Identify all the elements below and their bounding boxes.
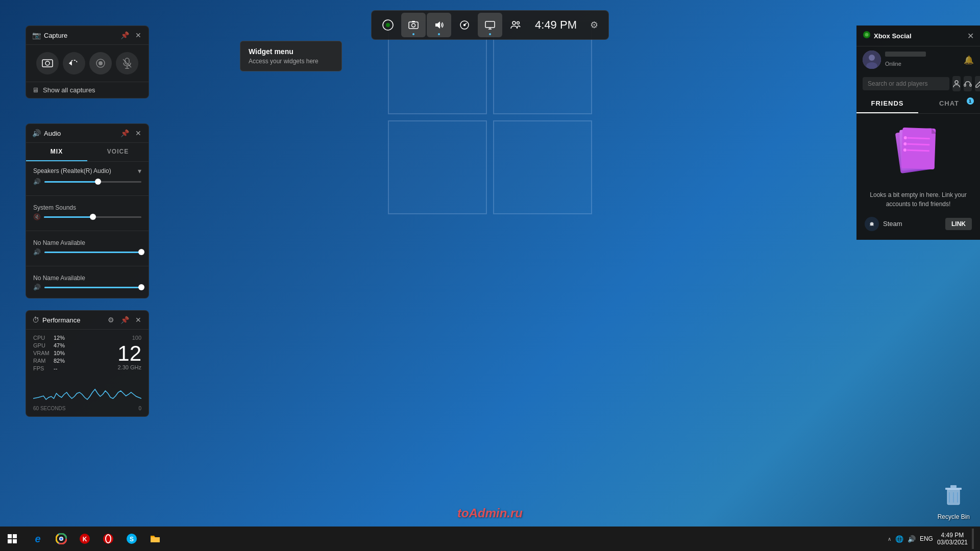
audio-app1-slider[interactable]	[44, 252, 141, 253]
taskbar-kaspersky[interactable]: K	[74, 528, 96, 550]
svg-marker-5	[435, 21, 440, 29]
taskbar-network-icon[interactable]: 🌐	[895, 535, 903, 543]
taskbar-show-hidden[interactable]: ∧	[888, 536, 891, 542]
show-captures-text: Show all captures	[43, 86, 95, 94]
toolbar-display-button[interactable]	[478, 13, 502, 37]
capture-header-controls: 📌 ✕	[119, 30, 142, 40]
windows-logo	[388, 20, 592, 214]
audio-tab-mix[interactable]: MIX	[26, 143, 87, 161]
audio-system-slider-row: 🔇	[33, 213, 141, 220]
recycle-bin[interactable]: Recycle Bin	[938, 483, 970, 520]
perf-max-label: 100	[132, 335, 141, 341]
taskbar-skype[interactable]: S	[120, 528, 143, 550]
perf-cpu-ghz: 2.30 GHz	[118, 364, 141, 370]
taskbar-opera[interactable]	[97, 528, 119, 550]
steam-platform-name: Steam	[883, 220, 941, 228]
perf-pin-button[interactable]: 📌	[119, 315, 130, 325]
audio-device-section: Speakers (Realtek(R) Audio) ▾ 🔊	[26, 162, 149, 192]
perf-main-value-container: 100 12 2.30 GHz	[117, 335, 141, 373]
perf-ram-label: RAM	[33, 358, 52, 364]
mic-button[interactable]	[116, 52, 138, 74]
xbox-headset-button[interactable]	[964, 76, 972, 91]
audio-device-name: Speakers (Realtek(R) Audio)	[33, 167, 111, 174]
svg-point-56	[60, 538, 63, 540]
taskbar-lang[interactable]: ENG	[920, 535, 933, 542]
screenshot-button[interactable]	[36, 52, 59, 74]
audio-system-slider[interactable]	[44, 216, 141, 218]
audio-pin-button[interactable]: 📌	[119, 128, 130, 138]
capture-widget-title: Capture	[44, 32, 119, 39]
perf-vram-value: 10%	[54, 350, 65, 356]
taskbar-chrome[interactable]	[50, 528, 72, 550]
svg-line-32	[908, 138, 930, 139]
steam-link-button[interactable]: LINK	[945, 218, 972, 230]
xbox-edit-button[interactable]	[975, 76, 980, 91]
xbox-game-bar-toolbar: 4:49 PM ⚙	[371, 10, 609, 40]
toolbar-settings-button[interactable]: ⚙	[584, 15, 604, 35]
perf-header-icon: ⏱	[32, 316, 39, 324]
perf-chart-area: 60 SECONDS 0	[26, 378, 149, 416]
xbox-user-status: Online	[885, 61, 901, 67]
xbox-notification-bell[interactable]: 🔔	[964, 55, 974, 65]
perf-stat-cpu: CPU 12%	[33, 335, 113, 341]
audio-close-button[interactable]: ✕	[134, 128, 142, 138]
show-captures-button[interactable]: 🖥 Show all captures	[26, 82, 149, 98]
svg-line-33	[907, 144, 929, 145]
toolbar-friends-button[interactable]	[503, 13, 528, 37]
svg-line-34	[907, 150, 929, 151]
svg-rect-4	[412, 21, 415, 22]
performance-widget: ⏱ Performance ⚙ 📌 ✕ CPU 12% GPU 47% VRAM…	[26, 310, 149, 417]
svg-point-15	[99, 61, 103, 65]
perf-stats: CPU 12% GPU 47% VRAM 10% RAM 82% FPS --	[33, 335, 113, 373]
toolbar-performance-button[interactable]	[452, 13, 477, 37]
perf-gpu-value: 47%	[54, 342, 65, 348]
record-button[interactable]	[89, 52, 112, 74]
xbox-social-close-button[interactable]: ✕	[967, 31, 974, 41]
audio-app2-slider-row: 🔊	[33, 284, 141, 291]
svg-rect-50	[13, 539, 17, 543]
xbox-search-row	[856, 73, 980, 94]
taskbar-explorer[interactable]	[144, 528, 166, 550]
perf-settings-button[interactable]: ⚙	[107, 315, 115, 325]
taskbar-apps: e K S	[24, 528, 168, 550]
audio-tab-voice[interactable]: VOICE	[87, 143, 149, 161]
audio-device-slider-row: 🔊	[33, 178, 141, 185]
perf-gpu-label: GPU	[33, 342, 52, 348]
xbox-logo-icon	[863, 31, 871, 41]
svg-point-7	[464, 24, 465, 26]
taskbar-start-button[interactable]	[0, 527, 24, 551]
xbox-user-info: Online	[885, 52, 960, 68]
perf-header-controls: ⚙ 📌 ✕	[107, 315, 142, 325]
audio-widget-header: 🔊 Audio 📌 ✕	[26, 124, 149, 143]
xbox-profile-button[interactable]	[952, 76, 961, 91]
xbox-empty-illustration	[888, 123, 949, 184]
audio-app1-section: No Name Available 🔊	[26, 234, 149, 263]
record-last-button[interactable]	[63, 52, 85, 74]
audio-app2-slider[interactable]	[44, 287, 141, 288]
svg-point-9	[512, 21, 516, 24]
audio-widget-title: Audio	[44, 130, 119, 137]
svg-rect-27	[970, 84, 971, 86]
xbox-tab-friends[interactable]: FRIENDS	[856, 94, 918, 113]
taskbar-volume-icon[interactable]: 🔊	[908, 535, 916, 543]
perf-close-button[interactable]: ✕	[134, 315, 142, 325]
svg-text:K: K	[83, 536, 87, 543]
xbox-search-input[interactable]	[863, 77, 949, 90]
xbox-social-header: Xbox Social ✕	[856, 26, 980, 46]
toolbar-audio-button[interactable]	[427, 13, 451, 37]
capture-pin-button[interactable]: 📌	[119, 30, 130, 40]
perf-ram-value: 82%	[54, 358, 65, 364]
taskbar-edge[interactable]: e	[27, 528, 49, 550]
taskbar-clock[interactable]: 4:49 PM 03/03/2021	[937, 532, 968, 546]
audio-device-slider[interactable]	[44, 181, 141, 183]
xbox-social-title-text: Xbox Social	[874, 32, 912, 40]
recycle-bin-label: Recycle Bin	[938, 513, 970, 520]
widget-tooltip-desc: Access your widgets here	[249, 58, 333, 65]
capture-close-button[interactable]: ✕	[134, 30, 142, 40]
taskbar-show-desktop[interactable]	[972, 529, 974, 549]
xbox-tab-chat[interactable]: CHAT 1	[918, 94, 980, 113]
toolbar-capture-button[interactable]	[401, 13, 426, 37]
toolbar-xbox-button[interactable]	[376, 13, 400, 37]
audio-device-expand[interactable]: ▾	[138, 167, 141, 175]
xbox-social-panel: Xbox Social ✕ Online 🔔	[856, 26, 980, 240]
